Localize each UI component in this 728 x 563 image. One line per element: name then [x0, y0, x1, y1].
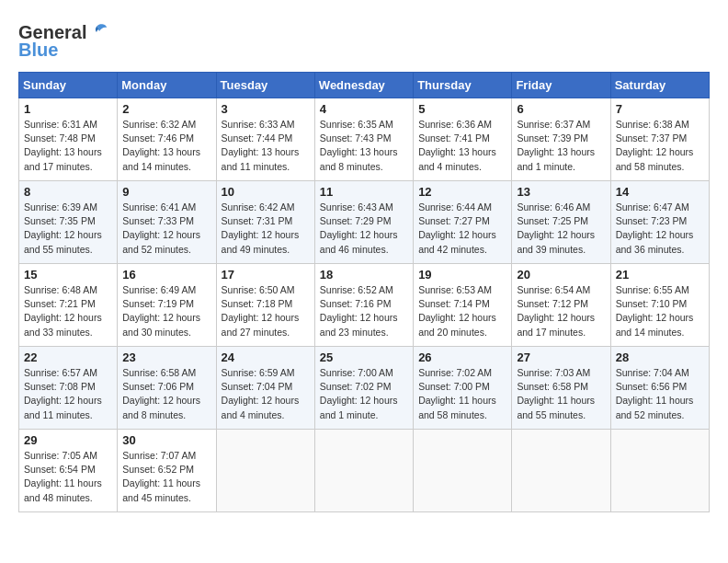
calendar-day-cell: 14Sunrise: 6:47 AMSunset: 7:23 PMDayligh… [610, 181, 709, 264]
day-info: Sunrise: 6:39 AMSunset: 7:35 PMDaylight:… [24, 201, 112, 257]
calendar-day-cell: 30Sunrise: 7:07 AMSunset: 6:52 PMDayligh… [118, 430, 216, 512]
calendar-day-cell [216, 430, 314, 512]
day-number: 22 [24, 350, 112, 364]
day-number: 9 [122, 185, 210, 199]
calendar-day-cell: 2Sunrise: 6:32 AMSunset: 7:46 PMDaylight… [118, 98, 216, 181]
weekday-header-cell: Monday [118, 73, 216, 98]
day-info: Sunrise: 6:46 AMSunset: 7:25 PMDaylight:… [517, 201, 605, 257]
day-number: 1 [24, 102, 112, 116]
calendar-day-cell: 6Sunrise: 6:37 AMSunset: 7:39 PMDaylight… [512, 98, 610, 181]
calendar-day-cell [314, 430, 413, 512]
calendar-day-cell: 21Sunrise: 6:55 AMSunset: 7:10 PMDayligh… [610, 264, 709, 347]
day-info: Sunrise: 6:53 AMSunset: 7:14 PMDaylight:… [418, 283, 506, 339]
calendar-day-cell: 28Sunrise: 7:04 AMSunset: 6:56 PMDayligh… [610, 347, 709, 430]
calendar-day-cell: 15Sunrise: 6:48 AMSunset: 7:21 PMDayligh… [19, 264, 118, 347]
calendar-day-cell [610, 430, 709, 512]
day-number: 24 [222, 350, 310, 364]
day-info: Sunrise: 7:00 AMSunset: 7:02 PMDaylight:… [320, 366, 408, 422]
calendar-day-cell: 24Sunrise: 6:59 AMSunset: 7:04 PMDayligh… [216, 347, 314, 430]
day-number: 23 [122, 350, 210, 364]
calendar-day-cell: 8Sunrise: 6:39 AMSunset: 7:35 PMDaylight… [19, 181, 118, 264]
calendar-day-cell: 10Sunrise: 6:42 AMSunset: 7:31 PMDayligh… [216, 181, 314, 264]
calendar-day-cell: 26Sunrise: 7:02 AMSunset: 7:00 PMDayligh… [414, 347, 512, 430]
day-info: Sunrise: 6:59 AMSunset: 7:04 PMDaylight:… [222, 366, 310, 422]
day-number: 25 [320, 350, 408, 364]
calendar-day-cell [512, 430, 610, 512]
logo-blue-row: Blue [18, 40, 58, 61]
calendar-body: 1Sunrise: 6:31 AMSunset: 7:48 PMDaylight… [19, 98, 710, 512]
weekday-header-cell: Friday [512, 73, 610, 98]
day-info: Sunrise: 6:55 AMSunset: 7:10 PMDaylight:… [616, 283, 704, 339]
day-info: Sunrise: 6:48 AMSunset: 7:21 PMDaylight:… [24, 283, 112, 339]
logo-bird-svg [87, 23, 108, 40]
day-number: 17 [222, 268, 310, 282]
weekday-header-cell: Thursday [414, 73, 512, 98]
calendar-day-cell: 29Sunrise: 7:05 AMSunset: 6:54 PMDayligh… [19, 430, 118, 512]
day-info: Sunrise: 6:38 AMSunset: 7:37 PMDaylight:… [616, 118, 704, 174]
day-info: Sunrise: 6:54 AMSunset: 7:12 PMDaylight:… [517, 283, 605, 339]
calendar-week-row: 29Sunrise: 7:05 AMSunset: 6:54 PMDayligh… [19, 430, 710, 512]
calendar-day-cell: 11Sunrise: 6:43 AMSunset: 7:29 PMDayligh… [314, 181, 413, 264]
day-number: 10 [222, 185, 310, 199]
weekday-header-cell: Tuesday [216, 73, 314, 98]
page-header: General Blue [18, 18, 710, 61]
day-info: Sunrise: 6:58 AMSunset: 7:06 PMDaylight:… [122, 366, 210, 422]
calendar-day-cell: 4Sunrise: 6:35 AMSunset: 7:43 PMDaylight… [314, 98, 413, 181]
day-info: Sunrise: 6:42 AMSunset: 7:31 PMDaylight:… [222, 201, 310, 257]
day-info: Sunrise: 7:07 AMSunset: 6:52 PMDaylight:… [122, 449, 210, 505]
day-number: 18 [320, 268, 408, 282]
calendar-day-cell: 9Sunrise: 6:41 AMSunset: 7:33 PMDaylight… [118, 181, 216, 264]
calendar-week-row: 1Sunrise: 6:31 AMSunset: 7:48 PMDaylight… [19, 98, 710, 181]
day-number: 21 [616, 268, 704, 282]
day-number: 16 [122, 268, 210, 282]
day-number: 5 [418, 102, 506, 116]
day-info: Sunrise: 6:57 AMSunset: 7:08 PMDaylight:… [24, 366, 112, 422]
day-number: 19 [418, 268, 506, 282]
calendar-day-cell: 17Sunrise: 6:50 AMSunset: 7:18 PMDayligh… [216, 264, 314, 347]
calendar-day-cell: 19Sunrise: 6:53 AMSunset: 7:14 PMDayligh… [414, 264, 512, 347]
day-info: Sunrise: 6:43 AMSunset: 7:29 PMDaylight:… [320, 201, 408, 257]
calendar-day-cell: 16Sunrise: 6:49 AMSunset: 7:19 PMDayligh… [118, 264, 216, 347]
calendar-day-cell: 23Sunrise: 6:58 AMSunset: 7:06 PMDayligh… [118, 347, 216, 430]
logo-container: General Blue [18, 18, 108, 61]
day-info: Sunrise: 6:50 AMSunset: 7:18 PMDaylight:… [222, 283, 310, 339]
day-number: 29 [24, 433, 112, 447]
day-info: Sunrise: 6:31 AMSunset: 7:48 PMDaylight:… [24, 118, 112, 174]
day-number: 20 [517, 268, 605, 282]
day-number: 3 [222, 102, 310, 116]
day-number: 13 [517, 185, 605, 199]
calendar-day-cell: 12Sunrise: 6:44 AMSunset: 7:27 PMDayligh… [414, 181, 512, 264]
day-info: Sunrise: 6:35 AMSunset: 7:43 PMDaylight:… [320, 118, 408, 174]
calendar-day-cell: 25Sunrise: 7:00 AMSunset: 7:02 PMDayligh… [314, 347, 413, 430]
day-info: Sunrise: 6:41 AMSunset: 7:33 PMDaylight:… [122, 201, 210, 257]
day-number: 27 [517, 350, 605, 364]
calendar-day-cell: 20Sunrise: 6:54 AMSunset: 7:12 PMDayligh… [512, 264, 610, 347]
day-number: 26 [418, 350, 506, 364]
day-number: 30 [122, 433, 210, 447]
calendar-day-cell: 5Sunrise: 6:36 AMSunset: 7:41 PMDaylight… [414, 98, 512, 181]
calendar-day-cell: 18Sunrise: 6:52 AMSunset: 7:16 PMDayligh… [314, 264, 413, 347]
day-info: Sunrise: 6:32 AMSunset: 7:46 PMDaylight:… [122, 118, 210, 174]
calendar-week-row: 15Sunrise: 6:48 AMSunset: 7:21 PMDayligh… [19, 264, 710, 347]
day-number: 15 [24, 268, 112, 282]
calendar-day-cell: 22Sunrise: 6:57 AMSunset: 7:08 PMDayligh… [19, 347, 118, 430]
weekday-header-cell: Wednesday [314, 73, 413, 98]
day-info: Sunrise: 6:33 AMSunset: 7:44 PMDaylight:… [222, 118, 310, 174]
weekday-header-cell: Saturday [610, 73, 709, 98]
day-info: Sunrise: 6:52 AMSunset: 7:16 PMDaylight:… [320, 283, 408, 339]
day-number: 14 [616, 185, 704, 199]
calendar-day-cell: 7Sunrise: 6:38 AMSunset: 7:37 PMDaylight… [610, 98, 709, 181]
day-number: 11 [320, 185, 408, 199]
day-number: 12 [418, 185, 506, 199]
day-info: Sunrise: 7:03 AMSunset: 6:58 PMDaylight:… [517, 366, 605, 422]
calendar-table: SundayMondayTuesdayWednesdayThursdayFrid… [18, 72, 710, 512]
day-info: Sunrise: 6:49 AMSunset: 7:19 PMDaylight:… [122, 283, 210, 339]
calendar-week-row: 8Sunrise: 6:39 AMSunset: 7:35 PMDaylight… [19, 181, 710, 264]
weekday-header-row: SundayMondayTuesdayWednesdayThursdayFrid… [19, 73, 710, 98]
day-info: Sunrise: 6:36 AMSunset: 7:41 PMDaylight:… [418, 118, 506, 174]
calendar-day-cell: 1Sunrise: 6:31 AMSunset: 7:48 PMDaylight… [19, 98, 118, 181]
day-number: 7 [616, 102, 704, 116]
day-number: 6 [517, 102, 605, 116]
day-info: Sunrise: 7:02 AMSunset: 7:00 PMDaylight:… [418, 366, 506, 422]
calendar-day-cell: 13Sunrise: 6:46 AMSunset: 7:25 PMDayligh… [512, 181, 610, 264]
